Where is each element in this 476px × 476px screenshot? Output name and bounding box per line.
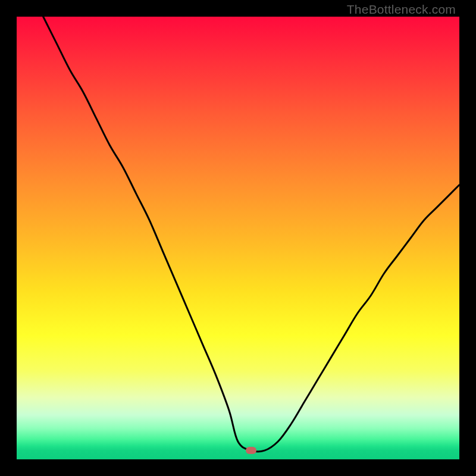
bottleneck-curve [17,17,459,459]
chart-frame: TheBottleneck.com [0,0,476,476]
watermark-text: TheBottleneck.com [347,2,456,17]
optimum-marker [246,447,256,454]
plot-area [17,17,459,459]
